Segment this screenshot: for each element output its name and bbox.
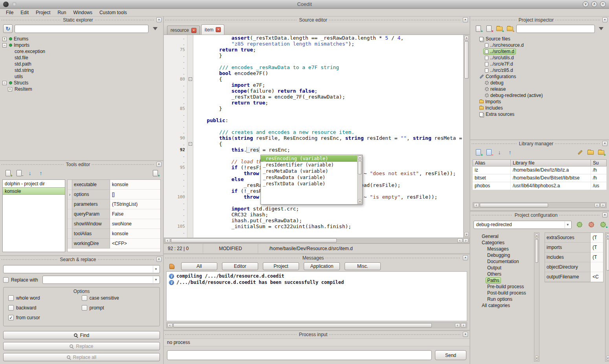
scroll-down-icon[interactable]: ∨ (606, 356, 609, 360)
send-button[interactable]: Send (435, 350, 466, 360)
checkbox-whole-word[interactable]: whole word (8, 295, 82, 301)
messages-hscroll-track[interactable] (173, 323, 454, 327)
config-property-value-includes[interactable]: (T (591, 252, 603, 262)
chevron-down-icon[interactable]: ▼ (153, 276, 159, 283)
column-header-alias[interactable]: Alias (473, 159, 511, 166)
fold-icon[interactable]: − (189, 77, 192, 81)
code-text[interactable]: this._res = resEnc; (193, 147, 463, 153)
filter-application[interactable]: Application (304, 262, 340, 270)
completion-scroll-track[interactable] (358, 175, 362, 199)
tree-item-configurations[interactable]: Configurations (471, 73, 608, 80)
completion-item-resrawdata-variable[interactable]: _resRawData (variable) (261, 174, 357, 181)
tree-item-resitem[interactable]: +ResItem (1, 86, 162, 92)
completion-item-residentifier-variable[interactable]: _resIdentifier (variable) (261, 162, 357, 168)
move-tool-up-icon[interactable]: ↑ (36, 169, 46, 177)
tree-item-std-file[interactable]: std.file (1, 55, 162, 61)
scroll-down-icon[interactable]: ∨ (535, 356, 538, 360)
tree-item-source-files[interactable]: Source files (471, 36, 608, 42)
library-cell[interactable]: iz (473, 166, 511, 174)
code-text[interactable]: CRC32 ihash; (193, 212, 463, 218)
search-term-combo[interactable]: ▼ (3, 265, 160, 273)
static-explorer-filter-input[interactable] (15, 25, 149, 33)
scroll-left-icon[interactable]: ‹ (457, 238, 462, 243)
fold-icon[interactable]: − (189, 142, 192, 146)
editor-hscroll-thumb[interactable] (171, 238, 337, 243)
chevron-down-icon[interactable]: ▼ (565, 221, 570, 228)
code-text[interactable]: } (193, 106, 463, 112)
tree-item-pre-build-process[interactable]: Pre-build process (473, 284, 532, 290)
message-list[interactable]: icompiling /.../build/resource.d.coediti… (166, 271, 467, 321)
open-folder-icon[interactable]: + (505, 24, 515, 33)
expander-icon[interactable]: − (2, 81, 7, 85)
config-property-value-outputfilename[interactable]: <C (591, 272, 603, 282)
move-tool-down-icon[interactable]: ↓ (25, 169, 35, 177)
editor-vscroll-thumb[interactable] (464, 41, 469, 79)
move-library-up-icon[interactable]: ↑ (505, 148, 515, 157)
code-text[interactable]: /// encodes _resRawData to a e7F string (193, 64, 463, 70)
tree-item-structs[interactable]: −Structs (1, 80, 162, 86)
completion-scrollbar[interactable]: ∧ ∨ (357, 155, 362, 204)
tree-item-includes[interactable]: Includes (471, 105, 608, 111)
remove-tool-icon[interactable]: − (14, 169, 24, 177)
library-cell[interactable]: /h (591, 166, 607, 174)
inspector-filter-button[interactable] (596, 24, 606, 33)
filter-button[interactable] (150, 24, 160, 33)
find-button[interactable]: Find (3, 331, 160, 339)
completion-item-resmetadata-variable[interactable]: _resMetaData (variable) (261, 168, 357, 174)
messages-hscroll[interactable]: ‹ ‹ › (166, 322, 467, 328)
code-text[interactable]: this(string resFile, ResEncoding resEnc,… (193, 135, 463, 141)
library-hscroll-track[interactable] (480, 203, 594, 207)
library-cell[interactable]: bitset (473, 174, 511, 182)
refresh-button[interactable]: ↻ (3, 24, 13, 33)
filter-all[interactable]: All (181, 262, 217, 270)
menu-custom-tools[interactable]: Custom tools (97, 9, 130, 16)
expander-icon[interactable]: − (2, 43, 7, 48)
code-text[interactable]: } (193, 53, 463, 59)
close-window-icon[interactable]: × (600, 1, 606, 7)
scroll-left-icon[interactable]: ‹ (167, 323, 172, 327)
editor-vscroll-track[interactable] (464, 79, 469, 232)
tree-item-src-resource-d[interactable]: ../src/resource.d (471, 42, 608, 48)
editor-hscroll[interactable]: ‹ ‹ › (164, 238, 470, 243)
tree-item-core-exception[interactable]: core.exception (1, 48, 162, 55)
remove-config-icon[interactable] (587, 220, 596, 229)
config-property-value-imports[interactable]: (T (591, 243, 603, 252)
tree-item-utils[interactable]: utils (1, 73, 162, 80)
replace-button[interactable]: Replace (3, 342, 160, 350)
config-property-value-objectdirectory[interactable] (591, 262, 603, 272)
tab-close-icon[interactable]: × (216, 27, 221, 32)
tab-resource[interactable]: resource× (167, 26, 200, 35)
close-panel-icon[interactable]: × (463, 255, 468, 260)
menu-file[interactable]: File (3, 9, 16, 16)
code-text[interactable] (193, 59, 463, 64)
filter-misc[interactable]: Misc. (345, 262, 381, 270)
tree-item-others[interactable]: Others (473, 271, 532, 277)
configuration-combo[interactable]: debug-redirected ▼ (473, 221, 572, 229)
column-header-su[interactable]: Su (591, 159, 607, 166)
edit-library-icon[interactable] (575, 148, 585, 157)
code-text[interactable]: return true; (193, 47, 463, 53)
scroll-up-icon[interactable]: ∧ (535, 234, 538, 238)
scroll-left-icon[interactable]: ‹ (165, 238, 170, 243)
code-text[interactable]: { (193, 76, 463, 82)
close-panel-icon[interactable]: × (156, 257, 161, 262)
tree-item-paths[interactable]: Paths (473, 277, 532, 284)
property-value-executable[interactable]: konsole (110, 180, 160, 190)
tree-item-output[interactable]: Output (473, 265, 532, 271)
add-config-icon[interactable]: + (598, 220, 608, 229)
code-text[interactable]: return true; (193, 100, 463, 106)
config-property-value-extrasources[interactable]: (T (591, 233, 603, 243)
config-vscroll-track[interactable] (606, 271, 609, 355)
code-text[interactable]: /// creates and encodes a new resource i… (193, 129, 463, 135)
code-text[interactable]: { (193, 141, 463, 147)
expander-icon[interactable]: + (2, 37, 7, 41)
replace-term-combo[interactable]: ▼ (42, 276, 160, 284)
new-folder-icon[interactable]: + (495, 24, 504, 33)
close-panel-icon[interactable]: × (602, 141, 607, 146)
shade-window-icon[interactable]: ∨ (583, 1, 589, 7)
tree-item-src-utils-d[interactable]: ../src/utils.d (471, 55, 608, 61)
inspector-filter-input[interactable] (516, 25, 595, 33)
tree-item-imports[interactable]: Imports (471, 99, 608, 105)
tree-item-post-build-process[interactable]: Post-build process (473, 290, 532, 296)
close-panel-icon[interactable]: × (156, 162, 161, 167)
